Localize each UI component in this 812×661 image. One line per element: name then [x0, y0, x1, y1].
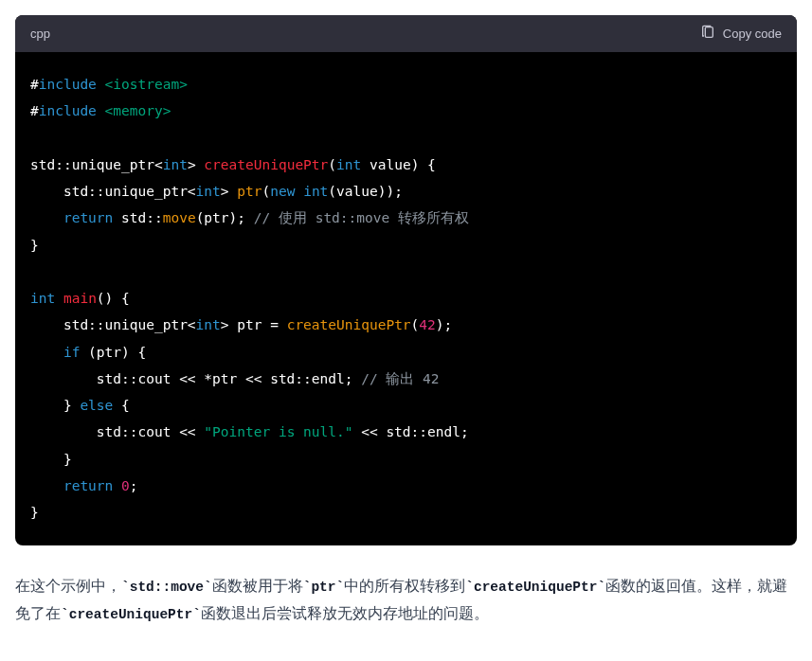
code-token: std::unique_ptr<	[30, 157, 163, 172]
code-token: int	[303, 184, 328, 199]
code-token: int	[196, 317, 221, 332]
prose-text: 在这个示例中，	[15, 578, 121, 594]
code-token: (value));	[328, 184, 403, 199]
code-token: << std::endl;	[352, 424, 468, 439]
code-token: >	[188, 157, 204, 172]
code-token: {	[113, 398, 129, 413]
code-token: <iostream>	[105, 77, 188, 92]
code-token: (ptr);	[196, 210, 254, 225]
code-token	[30, 345, 63, 360]
code-token: #	[30, 77, 39, 92]
clipboard-icon	[700, 25, 715, 43]
code-token: if	[63, 345, 80, 360]
code-token: }	[30, 238, 39, 253]
code-token: > ptr =	[221, 317, 287, 332]
language-label: cpp	[30, 27, 50, 41]
code-token: int	[30, 291, 55, 306]
code-token: (	[262, 184, 270, 199]
inline-code: `createUniquePtr`	[61, 607, 201, 622]
prose-text: 函数被用于将	[212, 578, 303, 594]
code-token: (	[328, 157, 336, 172]
code-token: }	[30, 452, 72, 467]
code-token: return	[63, 210, 113, 225]
copy-code-label: Copy code	[723, 27, 782, 41]
code-token: return	[63, 478, 113, 493]
code-token: );	[436, 317, 452, 332]
code-token: "Pointer is null."	[204, 424, 352, 439]
code-token: else	[80, 398, 113, 413]
code-token	[97, 103, 105, 118]
code-token: int	[336, 157, 361, 172]
code-token: int	[163, 157, 188, 172]
inline-code: `ptr`	[303, 580, 345, 595]
code-token: int	[196, 184, 221, 199]
code-token: createUniquePtr	[287, 317, 411, 332]
code-token	[55, 291, 63, 306]
code-token	[113, 478, 121, 493]
code-token: createUniquePtr	[204, 157, 328, 172]
inline-code: `std::move`	[121, 580, 212, 595]
code-token: ;	[130, 478, 138, 493]
code-body[interactable]: #include <iostream> #include <memory> st…	[15, 52, 797, 545]
code-token: include	[39, 103, 97, 118]
code-token	[97, 77, 105, 92]
code-token: // 输出 42	[361, 371, 439, 386]
code-token: value) {	[361, 157, 436, 172]
code-token	[30, 478, 63, 493]
prose-text: 函数退出后尝试释放无效内存地址的问题。	[201, 605, 489, 621]
code-token	[30, 210, 63, 225]
code-token	[295, 184, 303, 199]
code-token: // 使用 std::move 转移所有权	[254, 210, 469, 225]
code-token: std::unique_ptr<	[30, 317, 196, 332]
code-token: std::cout << *ptr << std::endl;	[30, 371, 361, 386]
code-token: main	[63, 291, 97, 306]
code-token: #	[30, 103, 39, 118]
code-header: cpp Copy code	[15, 15, 797, 52]
code-token: ptr	[237, 184, 262, 199]
code-token: <memory>	[105, 103, 171, 118]
copy-code-button[interactable]: Copy code	[700, 25, 782, 43]
code-token: >	[221, 184, 237, 199]
code-token: include	[39, 77, 97, 92]
inline-code: `createUniquePtr`	[465, 580, 605, 595]
code-token: std::unique_ptr<	[30, 184, 196, 199]
code-token: move	[163, 210, 196, 225]
code-token: (ptr) {	[80, 345, 146, 360]
code-pre: #include <iostream> #include <memory> st…	[30, 71, 782, 527]
code-token: std::cout <<	[30, 424, 204, 439]
code-token: }	[30, 505, 39, 520]
code-token: }	[30, 398, 80, 413]
code-token: 42	[419, 317, 435, 332]
code-token: std::	[113, 210, 162, 225]
code-block: cpp Copy code #include <iostream> #inclu…	[15, 15, 797, 545]
code-token: 0	[121, 478, 130, 493]
svg-rect-0	[705, 27, 713, 38]
explanation-paragraph: 在这个示例中，`std::move`函数被用于将`ptr`中的所有权转移到`cr…	[15, 572, 797, 629]
code-token: () {	[97, 291, 130, 306]
code-token: new	[270, 184, 295, 199]
prose-text: 中的所有权转移到	[344, 578, 465, 594]
